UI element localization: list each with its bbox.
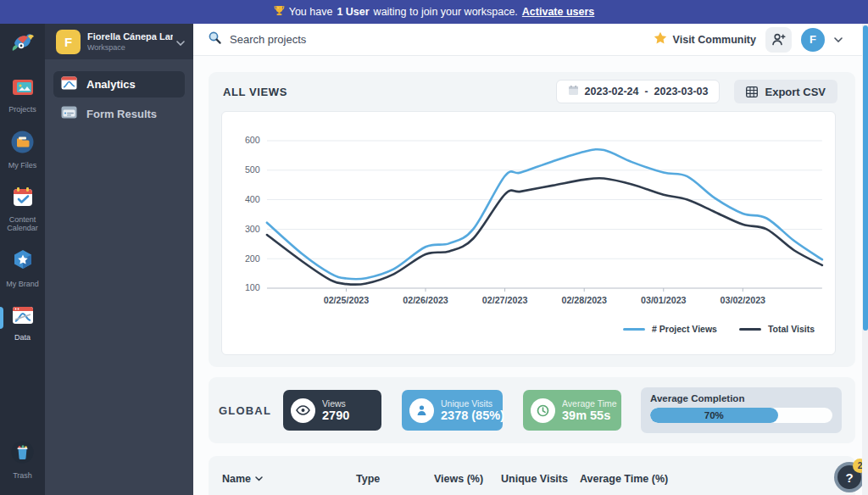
sidebar-item-label: Trash <box>13 471 32 480</box>
help-question-mark: ? <box>845 470 853 485</box>
eye-icon <box>291 398 315 423</box>
sidebar-item-my-brand[interactable]: My Brand <box>0 244 45 293</box>
table-grid-icon <box>746 86 758 97</box>
icon-sidebar: Projects My Files Content Calendar My Br… <box>0 24 45 495</box>
stat-label: Views <box>322 398 349 409</box>
trophy-icon <box>274 5 285 19</box>
top-header: Visit Community F <box>193 24 868 56</box>
column-header-name[interactable]: Name <box>222 473 356 485</box>
legend-label: # Project Views <box>652 324 717 334</box>
average-time-stat-card: Average Time 39m 55s <box>523 390 621 431</box>
completion-progress-track: 70% <box>650 408 832 423</box>
workspace-selector[interactable]: F Fiorella Cánepa Lama Workspace <box>45 24 193 59</box>
table-header-row: Name Type Views (%) Unique Visits Averag… <box>222 473 842 485</box>
y-axis-tick-label: 500 <box>245 164 260 175</box>
series-line-total-visits <box>267 178 822 285</box>
sidebar-item-content-calendar[interactable]: Content Calendar <box>0 181 45 237</box>
menu-item-form-results[interactable]: Form Results <box>53 101 185 126</box>
menu-item-label: Form Results <box>86 108 157 120</box>
visit-community-link[interactable]: Visit Community <box>654 31 756 47</box>
account-chevron-down-icon[interactable] <box>834 37 843 42</box>
sidebar-item-trash[interactable]: Trash <box>0 436 45 485</box>
unique-visits-stat-card: Unique Visits 2378 (85%) <box>402 390 503 431</box>
completion-progress-fill: 70% <box>650 408 778 423</box>
menu-item-analytics[interactable]: Analytics <box>53 71 185 97</box>
x-axis-tick-label: 02/28/2023 <box>561 295 607 305</box>
stat-label: Unique Visits <box>441 398 495 409</box>
y-axis-tick-label: 300 <box>245 224 260 234</box>
x-axis-tick-label: 02/26/2023 <box>403 295 448 305</box>
workspace-name: Fiorella Cánepa Lama <box>87 31 173 42</box>
search-input[interactable] <box>230 33 501 46</box>
banner-text-prefix: You have <box>289 6 333 18</box>
line-chart: 10020030040050060002/25/202302/26/202302… <box>227 122 828 322</box>
person-icon <box>409 398 434 423</box>
date-range-end: 2023-03-03 <box>654 86 709 97</box>
content-calendar-icon <box>12 186 34 211</box>
x-axis-tick-label: 03/01/2023 <box>641 295 687 305</box>
main-content: Visit Community F ALL VIEWS <box>193 24 868 495</box>
trash-icon <box>11 441 34 467</box>
y-axis-tick-label: 400 <box>245 194 260 204</box>
workspace-invite-banner: You have 1 User waiting to join your wor… <box>0 0 868 24</box>
column-header-unique-visits: Unique Visits <box>501 473 580 485</box>
all-views-panel: ALL VIEWS 2023-02-24 - 2023-03-03 <box>209 72 855 367</box>
workspace-avatar: F <box>56 30 81 54</box>
app-root: You have 1 User waiting to join your wor… <box>0 0 868 495</box>
views-chart-card: 10020030040050060002/25/202302/26/202302… <box>221 111 836 355</box>
sidebar-item-label: Data <box>14 333 31 342</box>
add-user-button[interactable] <box>765 27 792 53</box>
sidebar-item-my-files[interactable]: My Files <box>0 125 45 175</box>
x-axis-tick-label: 02/25/2023 <box>324 295 370 305</box>
help-button[interactable]: ? 2 <box>834 462 865 492</box>
sidebar-item-label: Projects <box>8 105 36 114</box>
vertical-scrollbar <box>862 24 868 495</box>
date-range-separator: - <box>645 86 648 97</box>
sidebar-item-label: My Brand <box>6 280 39 288</box>
average-completion-card: Average Completion 70% <box>641 387 842 433</box>
date-range-picker[interactable]: 2023-02-24 - 2023-03-03 <box>556 80 721 103</box>
column-header-type: Type <box>356 473 434 485</box>
projects-icon <box>11 77 35 101</box>
menu-item-label: Analytics <box>86 78 136 91</box>
legend-item-project-views: # Project Views <box>623 324 717 334</box>
workspace-sidebar: F Fiorella Cánepa Lama Workspace Analyti… <box>45 24 193 495</box>
column-header-views: Views (%) <box>434 473 501 485</box>
y-axis-tick-label: 200 <box>245 253 260 264</box>
activate-users-link[interactable]: Activate users <box>522 6 594 18</box>
column-label: Name <box>222 473 251 485</box>
views-stat-card: Views 2790 <box>283 390 381 431</box>
sidebar-item-label: My Files <box>8 161 37 170</box>
export-csv-button[interactable]: Export CSV <box>734 80 837 103</box>
export-csv-label: Export CSV <box>765 86 826 98</box>
x-axis-tick-label: 02/27/2023 <box>482 295 528 305</box>
sidebar-item-label: Content Calendar <box>2 215 43 232</box>
legend-label: Total Visits <box>768 324 815 334</box>
stat-label: Average Time <box>562 398 614 409</box>
date-range-start: 2023-02-24 <box>585 86 639 97</box>
clock-icon <box>531 398 555 423</box>
stat-value: 39m 55s <box>562 409 614 423</box>
search-icon <box>208 31 222 48</box>
column-header-average-time: Average Time (%) <box>580 473 668 485</box>
sidebar-item-projects[interactable]: Projects <box>0 72 45 119</box>
stat-value: 2790 <box>322 409 349 423</box>
global-stats-panel: GLOBAL Views 2790 <box>209 377 855 443</box>
all-views-title: ALL VIEWS <box>223 86 287 98</box>
calendar-icon <box>568 84 579 99</box>
chart-legend: # Project Views Total Visits <box>227 324 828 334</box>
analytics-content: ALL VIEWS 2023-02-24 - 2023-03-03 <box>193 56 868 495</box>
app-logo[interactable] <box>9 31 36 58</box>
scrollbar-thumb[interactable] <box>863 25 868 331</box>
banner-text-suffix: waiting to join your workspace. <box>374 6 518 18</box>
legend-swatch-total-visits <box>739 328 761 331</box>
sidebar-item-data[interactable]: Data <box>0 300 45 347</box>
star-icon <box>654 31 667 47</box>
global-title: GLOBAL <box>219 404 283 417</box>
y-axis-tick-label: 100 <box>245 283 260 293</box>
form-results-icon <box>61 106 77 121</box>
account-avatar[interactable]: F <box>801 28 825 52</box>
add-user-icon <box>771 33 786 46</box>
legend-swatch-project-views <box>623 328 645 331</box>
analytics-icon <box>61 76 77 92</box>
